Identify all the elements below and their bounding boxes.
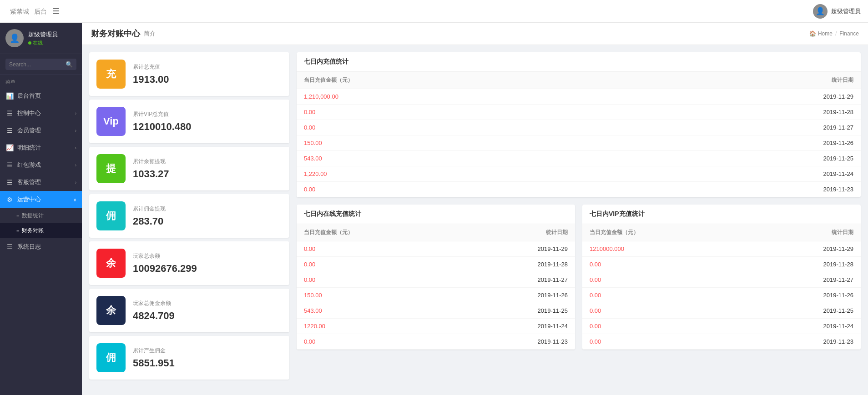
table-row: 1220.00 2019-11-24 [297,319,575,334]
stat-info-charge: 累计总充值 1913.00 [133,63,282,85]
table-row: 150.00 2019-11-26 [297,135,861,151]
sidebar-item-dashboard[interactable]: 📊 后台首页 [0,87,82,105]
amount-cell: 0.00 [297,105,628,120]
search-input[interactable] [9,61,63,68]
page-subtitle[interactable]: 简介 [144,30,156,38]
sidebar: 👤 超级管理员 在线 🔍 菜单 📊 后台首页 ☰ 控制中心 › [0,23,82,395]
amount-cell: 0.00 [297,257,460,272]
stat-icon-total-comm: 佣 [96,343,126,372]
stat-icon-player-balance: 余 [96,249,126,278]
home-icon: 🏠 [809,30,816,37]
seven-day-table-card: 七日内充值统计 当日充值金额（元） 统计日期 1,210,000.00 2019… [297,52,861,197]
content-area: 财务对账中心 简介 🏠 Home / Finance 充 累计总充值 [82,23,868,395]
stat-icon-withdraw: 提 [96,154,126,183]
hamburger-icon[interactable]: ☰ [52,6,60,16]
date-cell: 2019-11-27 [460,272,575,288]
sidebar-item-control[interactable]: ☰ 控制中心 › [0,105,82,122]
date-cell: 2019-11-27 [746,272,861,288]
table-row: 543.00 2019-11-25 [297,151,861,166]
date-cell: 2019-11-24 [460,319,575,334]
sidebar-sub-item-data-stats[interactable]: ≡ 数据统计 [0,208,82,223]
table-row: 0.00 2019-11-29 [297,241,575,257]
sidebar-item-label-syslog: 系统日志 [17,243,76,251]
amount-cell: 1,210,000.00 [297,89,628,105]
sidebar-item-syslog[interactable]: ☰ 系统日志 [0,238,82,255]
sidebar-item-ops[interactable]: ⚙ 运营中心 ∨ [0,191,82,208]
dashboard-icon: 📊 [5,92,14,100]
date-cell: 2019-11-23 [746,334,861,350]
date-cell: 2019-11-26 [460,288,575,303]
chevron-right-icon-stats: › [75,145,76,150]
date-cell: 2019-11-26 [746,288,861,303]
breadcrumb-home[interactable]: 🏠 Home [809,30,833,37]
amount-cell: 150.00 [297,135,628,151]
table-row: 1,220.00 2019-11-24 [297,166,861,182]
finance-icon: ≡ [16,228,19,234]
control-icon: ☰ [5,110,14,117]
breadcrumb-separator: / [835,30,837,37]
brand-name: 紫禁城 [10,8,29,15]
search-icon: 🔍 [66,61,73,68]
vip-table-title: 七日内VIP充值统计 [582,205,861,224]
table-row: 0.00 2019-11-26 [582,288,861,303]
table-row: 543.00 2019-11-25 [297,303,575,319]
amount-cell: 0.00 [297,120,628,135]
stats-column: 充 累计总充值 1913.00 Vip 累计VIP总充值 1210010.480… [89,52,289,388]
redgame-icon: ☰ [5,161,14,169]
date-cell: 2019-11-27 [628,120,861,135]
stat-value-total-comm: 5851.951 [133,357,282,369]
sidebar-sub-item-finance[interactable]: ≡ 财务对账 [0,223,82,238]
syslog-icon: ☰ [5,243,14,250]
stat-label-comm-withdraw: 累计佣金提现 [133,205,282,213]
table-row: 0.00 2019-11-23 [582,334,861,350]
stat-label-vip: 累计VIP总充值 [133,110,282,118]
chevron-right-icon: › [75,111,76,116]
sidebar-search-box[interactable]: 🔍 [5,59,76,70]
stat-card-total-comm: 佣 累计产生佣金 5851.951 [89,336,289,380]
chevron-right-icon-member: › [75,128,76,133]
amount-cell: 0.00 [582,257,746,272]
date-cell: 2019-11-28 [746,257,861,272]
date-cell: 2019-11-24 [746,319,861,334]
seven-day-table-title: 七日内充值统计 [297,52,861,72]
sidebar-item-customer[interactable]: ☰ 客服管理 › [0,174,82,191]
sidebar-item-label-customer: 客服管理 [17,178,71,186]
stat-info-player-comm: 玩家总佣金余额 4824.709 [133,300,282,322]
table-row: 0.00 2019-11-27 [582,272,861,288]
customer-icon: ☰ [5,179,14,186]
stat-value-charge: 1913.00 [133,74,282,85]
stat-icon-vip: Vip [96,107,126,136]
amount-cell: 1210000.000 [582,241,746,257]
table-row: 0.00 2019-11-28 [582,257,861,272]
stat-card-player-balance: 余 玩家总余额 10092676.299 [89,241,289,285]
chevron-down-icon-ops: ∨ [73,197,76,202]
date-cell: 2019-11-29 [460,241,575,257]
stat-label-player-balance: 玩家总余额 [133,252,282,260]
stat-label-player-comm: 玩家总佣金余额 [133,300,282,307]
member-icon: ☰ [5,127,14,134]
online-table: 当日充值金额（元） 统计日期 0.00 2019-11-29 0.00 2019… [297,224,575,350]
stat-card-total-charge: 充 累计总充值 1913.00 [89,52,289,96]
stat-card-player-comm: 余 玩家总佣金余额 4824.709 [89,289,289,332]
date-cell: 2019-11-29 [628,89,861,105]
sidebar-item-redgame[interactable]: ☰ 红包游戏 › [0,156,82,174]
amount-cell: 543.00 [297,303,460,319]
sidebar-item-stats[interactable]: 📈 明细统计 › [0,139,82,156]
breadcrumb: 🏠 Home / Finance [809,30,859,37]
sidebar-item-label-stats: 明细统计 [17,144,71,152]
stat-value-comm-withdraw: 283.70 [133,215,282,227]
col-amount-header: 当日充值金额（元） [297,72,628,89]
vip-recharge-table-card: 七日内VIP充值统计 当日充值金额（元） 统计日期 1210000.000 20… [582,205,861,350]
sidebar-item-member[interactable]: ☰ 会员管理 › [0,122,82,139]
data-stats-icon: ≡ [16,213,19,219]
sidebar-username: 超级管理员 [28,30,58,39]
seven-day-table: 当日充值金额（元） 统计日期 1,210,000.00 2019-11-29 0… [297,72,861,197]
page-title: 财务对账中心 [91,28,140,39]
date-cell: 2019-11-28 [460,257,575,272]
table-row: 150.00 2019-11-26 [297,288,575,303]
sidebar-item-label-redgame: 红包游戏 [17,161,71,169]
amount-cell: 1,220.00 [297,166,628,182]
date-cell: 2019-11-26 [628,135,861,151]
sidebar-section-label: 菜单 [0,75,82,87]
chevron-right-icon-customer: › [75,180,76,185]
